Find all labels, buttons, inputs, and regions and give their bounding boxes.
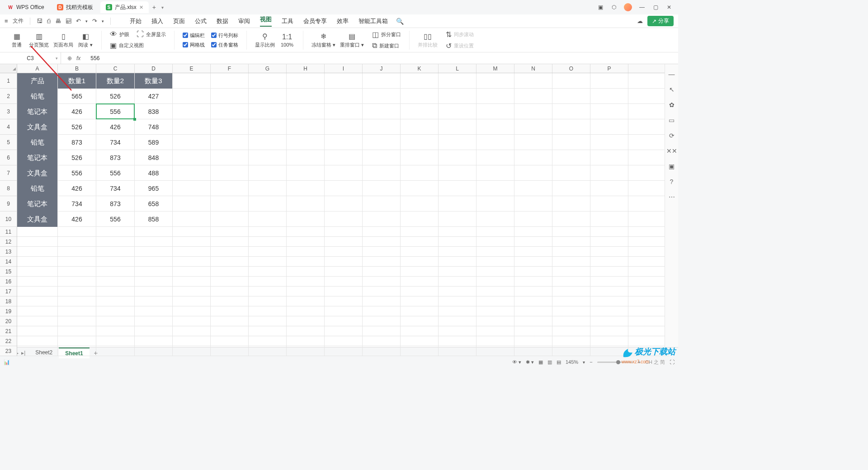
ribbon-tab-8[interactable]: 会员专享 [303, 17, 327, 25]
cell-I22[interactable] [325, 336, 363, 346]
cell-M12[interactable] [476, 237, 514, 247]
cell-K17[interactable] [401, 287, 439, 296]
cell-K16[interactable] [401, 277, 439, 287]
cell-A18[interactable] [17, 296, 58, 306]
cell-O11[interactable] [552, 227, 590, 237]
cell-A9[interactable]: 笔记本 [17, 196, 58, 212]
cell-P2[interactable] [590, 89, 628, 104]
col-header-P[interactable]: P [590, 64, 628, 73]
cell-L12[interactable] [439, 237, 476, 247]
zoom-100-button[interactable]: 1:1100% [279, 33, 295, 47]
cell-P3[interactable] [590, 104, 628, 119]
cell-A21[interactable] [17, 326, 58, 336]
cell-H9[interactable] [287, 196, 325, 212]
cell-A2[interactable]: 铅笔 [17, 89, 58, 104]
chk-headers[interactable]: 行号列标 [211, 32, 238, 39]
file-menu[interactable]: 文件 [13, 17, 24, 25]
cell-E9[interactable] [173, 196, 211, 212]
cell-G17[interactable] [249, 287, 287, 296]
cell-L10[interactable] [439, 212, 476, 227]
col-header-E[interactable]: E [173, 64, 211, 73]
row-header-23[interactable]: 23 [0, 346, 17, 356]
view-normal-button[interactable]: ▦普通 [9, 32, 24, 48]
cell-P20[interactable] [590, 316, 628, 326]
cell-A5[interactable]: 铅笔 [17, 135, 58, 150]
cell-D23[interactable] [135, 346, 173, 356]
cell-L4[interactable] [439, 119, 476, 135]
cell-E19[interactable] [173, 306, 211, 316]
ribbon-tab-0[interactable]: 开始 [130, 17, 142, 25]
row-header-17[interactable]: 17 [0, 287, 17, 296]
eye-toggle-icon[interactable]: 👁 ▾ [512, 359, 521, 365]
row-header-15[interactable]: 15 [0, 267, 17, 277]
select-icon[interactable]: ▭ [669, 117, 675, 124]
row-header-3[interactable]: 3 [0, 104, 17, 119]
cell-K9[interactable] [401, 196, 439, 212]
cell-P18[interactable] [590, 296, 628, 306]
cloud-icon[interactable]: ☁ [637, 18, 643, 24]
cell-O1[interactable] [552, 73, 590, 89]
cell-M8[interactable] [476, 181, 514, 196]
row-header-6[interactable]: 6 [0, 150, 17, 165]
cell-N12[interactable] [514, 237, 552, 247]
cell-O2[interactable] [552, 89, 590, 104]
cell-C15[interactable] [96, 267, 135, 277]
row-header-2[interactable]: 2 [0, 89, 17, 104]
close-window-icon[interactable]: ✕ [665, 4, 673, 11]
cell-M16[interactable] [476, 277, 514, 287]
cell-P12[interactable] [590, 237, 628, 247]
cell-J10[interactable] [363, 212, 401, 227]
cell-I14[interactable] [325, 257, 363, 267]
cell-D21[interactable] [135, 326, 173, 336]
ribbon-tab-7[interactable]: 工具 [282, 17, 293, 25]
cell-I7[interactable] [325, 165, 363, 181]
cell-P21[interactable] [590, 326, 628, 336]
sidebar-collapse-icon[interactable]: — [669, 70, 675, 78]
cell-C8[interactable]: 734 [96, 181, 135, 196]
cell-O15[interactable] [552, 267, 590, 277]
cell-L18[interactable] [439, 296, 476, 306]
cell-M15[interactable] [476, 267, 514, 277]
cell-I9[interactable] [325, 196, 363, 212]
chk-task-pane[interactable]: 任务窗格 [211, 42, 238, 48]
cell-F5[interactable] [211, 135, 249, 150]
cell-K14[interactable] [401, 257, 439, 267]
cell-I1[interactable] [325, 73, 363, 89]
book-icon[interactable]: ▣ [669, 163, 675, 170]
cell-J15[interactable] [363, 267, 401, 277]
cell-J21[interactable] [363, 326, 401, 336]
cell-C2[interactable]: 526 [96, 89, 135, 104]
cell-L21[interactable] [439, 326, 476, 336]
cell-A1[interactable]: 产品 [17, 73, 58, 89]
cell-M21[interactable] [476, 326, 514, 336]
cell-B4[interactable]: 526 [58, 119, 96, 135]
cell-K20[interactable] [401, 316, 439, 326]
reading-mode-button[interactable]: ◧阅读 ▾ [78, 32, 93, 48]
cell-K4[interactable] [401, 119, 439, 135]
cell-J9[interactable] [363, 196, 401, 212]
cell-A11[interactable] [17, 227, 58, 237]
cell-N16[interactable] [514, 277, 552, 287]
cell-M1[interactable] [476, 73, 514, 89]
cell-I20[interactable] [325, 316, 363, 326]
app-tab-file[interactable]: S 产品.xlsx ✕ [100, 1, 149, 13]
cell-N22[interactable] [514, 336, 552, 346]
cell-M5[interactable] [476, 135, 514, 150]
cell-O18[interactable] [552, 296, 590, 306]
cell-J7[interactable] [363, 165, 401, 181]
cell-A4[interactable]: 文具盒 [17, 119, 58, 135]
cell-P11[interactable] [590, 227, 628, 237]
cell-K8[interactable] [401, 181, 439, 196]
cell-J5[interactable] [363, 135, 401, 150]
cell-M3[interactable] [476, 104, 514, 119]
cell-D15[interactable] [135, 267, 173, 277]
cell-C4[interactable]: 426 [96, 119, 135, 135]
cell-E10[interactable] [173, 212, 211, 227]
cell-N13[interactable] [514, 247, 552, 257]
cell-H19[interactable] [287, 306, 325, 316]
cell-N1[interactable] [514, 73, 552, 89]
cell-F11[interactable] [211, 227, 249, 237]
print-preview-icon[interactable]: 🗟 [66, 18, 71, 24]
cell-M23[interactable] [476, 346, 514, 356]
cell-K15[interactable] [401, 267, 439, 277]
